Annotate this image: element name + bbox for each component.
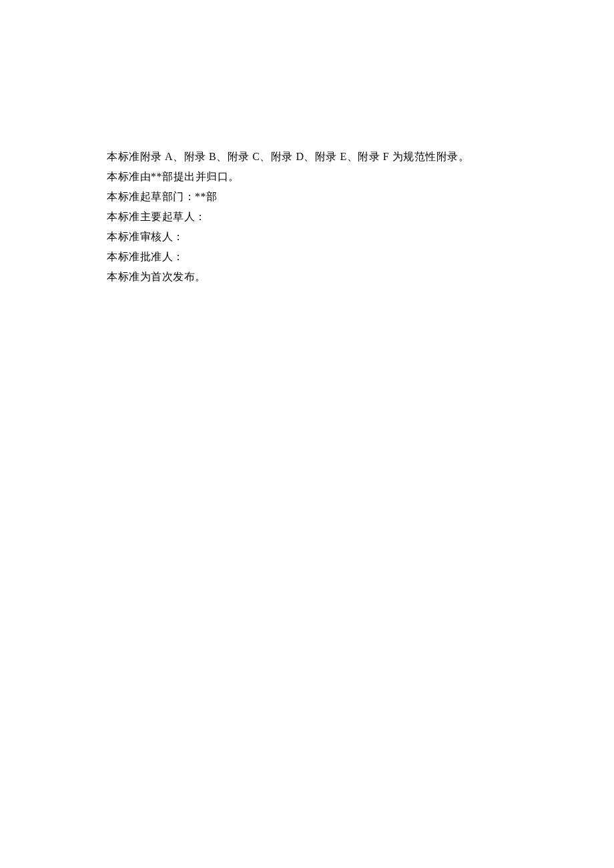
- document-content: 本标准附录 A、附录 B、附录 C、附录 D、附录 E、附录 F 为规范性附录。…: [107, 147, 521, 287]
- text-line: 本标准附录 A、附录 B、附录 C、附录 D、附录 E、附录 F 为规范性附录。: [107, 147, 521, 167]
- text-line: 本标准批准人：: [107, 247, 521, 267]
- text-line: 本标准主要起草人：: [107, 207, 521, 227]
- text-line: 本标准为首次发布。: [107, 267, 521, 287]
- text-line: 本标准起草部门：**部: [107, 187, 521, 207]
- text-line: 本标准由**部提出并归口。: [107, 167, 521, 187]
- text-line: 本标准审核人：: [107, 227, 521, 247]
